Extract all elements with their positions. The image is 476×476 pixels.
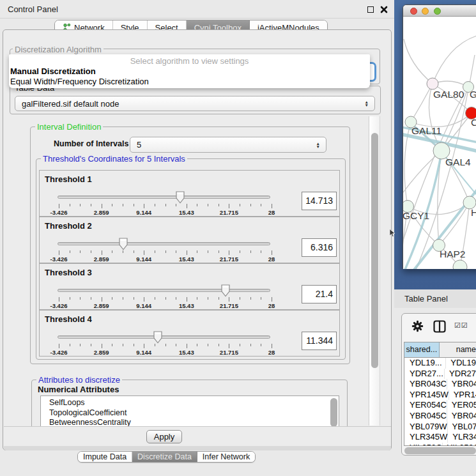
table-row[interactable]: YDR27...YDR27 xyxy=(404,369,476,380)
network-canvas[interactable]: GAL80GACGAL11GAL4GCY1HHAP2 xyxy=(403,17,476,269)
slider-tick xyxy=(219,204,219,206)
table-hscrollbar-track[interactable] xyxy=(404,446,476,456)
threshold-value-field[interactable]: 14.713 xyxy=(302,192,337,210)
table-row[interactable]: YBR043CYBR043C xyxy=(404,379,476,390)
slider-tick xyxy=(112,344,112,346)
apply-button[interactable]: Apply xyxy=(146,430,182,443)
cell-shared-name[interactable]: YLR345W xyxy=(404,432,448,443)
checkbox-icons[interactable]: ☑☑ xyxy=(454,321,468,330)
table-row[interactable]: YBR045CYBR045C xyxy=(404,411,476,422)
slider-track[interactable] xyxy=(58,335,270,339)
network-node[interactable] xyxy=(427,78,438,89)
attribute-list-item[interactable]: BetweennessCentrality xyxy=(41,418,339,426)
attributes-group-label: Attributes to discretize xyxy=(36,375,122,385)
table-row[interactable]: YBL079WYBL079W xyxy=(404,422,476,433)
cell-shared-name[interactable]: YPR145W xyxy=(404,390,449,401)
slider-tick xyxy=(176,250,176,253)
column-header-name[interactable]: name xyxy=(440,342,476,357)
table-row[interactable]: YPR145WYPR145W xyxy=(404,390,476,401)
table-data-combobox[interactable]: galFiltered.sif default node ▲▼ xyxy=(15,96,375,111)
tab-impute-data[interactable]: Impute Data xyxy=(78,452,132,462)
slider-tick-label: 28 xyxy=(252,302,291,309)
slider-tick xyxy=(112,204,112,206)
cell-shared-name[interactable]: YDR27... xyxy=(404,369,445,380)
network-edge[interactable] xyxy=(433,36,476,84)
network-node-label: H xyxy=(471,207,476,218)
number-of-intervals-label: Number of Intervals xyxy=(54,139,128,148)
slider-thumb[interactable] xyxy=(153,331,163,344)
numerical-attributes-label: Numerical Attributes xyxy=(38,385,119,394)
zoom-light-icon[interactable] xyxy=(434,8,441,15)
cell-name[interactable]: YBL079W xyxy=(448,422,476,433)
discretization-algorithm-label: Discretization Algorithm xyxy=(13,45,104,54)
minimize-light-icon[interactable] xyxy=(422,8,429,15)
algorithm-option[interactable]: Manual Discretization xyxy=(10,66,96,76)
close-icon[interactable] xyxy=(380,6,388,13)
attribute-list-item[interactable]: TopologicalCoefficient xyxy=(41,408,339,418)
algorithm-option[interactable]: Equal Width/Frequency Discretization xyxy=(10,77,149,86)
slider-tick xyxy=(155,344,155,346)
threshold-value-field[interactable]: 6.316 xyxy=(302,238,337,257)
numerical-attributes-list[interactable]: SelfLoopsTopologicalCoefficientBetweenne… xyxy=(40,395,339,426)
slider-tick xyxy=(123,297,123,300)
slider-tick xyxy=(144,250,144,255)
slider-track[interactable] xyxy=(58,196,270,199)
slider-tick xyxy=(219,250,219,253)
attributes-list-scrollbar[interactable] xyxy=(330,398,337,426)
cell-shared-name[interactable]: YBL079W xyxy=(404,422,448,433)
column-header-shared-name[interactable]: shared... xyxy=(404,342,440,357)
slider-tick xyxy=(229,204,229,208)
attribute-list-item[interactable]: SelfLoops xyxy=(41,398,339,408)
slider-track[interactable] xyxy=(58,242,270,245)
network-edge[interactable] xyxy=(404,39,433,84)
threshold-value-field[interactable]: 11.344 xyxy=(302,332,337,350)
close-light-icon[interactable] xyxy=(410,8,417,15)
network-window-titlebar[interactable] xyxy=(403,5,476,17)
slider-tick xyxy=(197,297,197,300)
float-window-icon[interactable] xyxy=(367,6,374,13)
slider-tick xyxy=(176,344,176,346)
cell-shared-name[interactable]: YBR045C xyxy=(404,411,447,422)
cell-shared-name[interactable]: YER054C xyxy=(404,400,447,411)
cell-shared-name[interactable]: YBR043C xyxy=(404,379,447,390)
table-row[interactable]: YDL19...YDL19 xyxy=(404,358,476,369)
table-header-row: shared... name xyxy=(404,342,476,358)
slider-tick xyxy=(165,344,166,346)
settings-scrollbar-thumb[interactable] xyxy=(371,133,378,368)
cell-name[interactable]: YBR045C xyxy=(447,411,476,422)
cell-name[interactable]: YDR27 xyxy=(445,369,476,380)
cell-name[interactable]: YPR145W xyxy=(449,390,476,401)
cell-shared-name[interactable]: YDL19... xyxy=(404,358,446,369)
cell-name[interactable]: YLR345W xyxy=(448,432,476,443)
slider-tick-label: 2.859 xyxy=(82,302,121,309)
slider-thumb[interactable] xyxy=(118,238,128,250)
cyni-toolbox-panel: Discretization Algorithm Select algorith… xyxy=(3,29,392,450)
tab-infer-network[interactable]: Infer Network xyxy=(197,452,255,462)
threshold-value-field[interactable]: 21.4 xyxy=(302,285,337,303)
number-of-intervals-value: 5 xyxy=(137,140,141,150)
slider-tick-label: 21.715 xyxy=(210,256,248,263)
split-view-icon[interactable] xyxy=(433,320,446,333)
slider-tick xyxy=(144,297,144,302)
table-hscrollbar-thumb[interactable] xyxy=(404,447,476,454)
number-of-intervals-combobox[interactable]: 5 ▲▼ xyxy=(130,137,326,153)
threshold-title: Threshold 2 xyxy=(45,221,92,231)
cell-name[interactable]: YER054C xyxy=(447,400,476,411)
slider-thumb[interactable] xyxy=(220,284,231,297)
table-row[interactable]: YLR345WYLR345W xyxy=(404,432,476,443)
cell-name[interactable]: YDL19 xyxy=(446,358,476,369)
slider-track[interactable] xyxy=(58,289,270,292)
slider-tick xyxy=(229,250,229,255)
cell-name[interactable]: YBR043C xyxy=(447,379,476,390)
algorithm-placeholder-option[interactable]: Select algorithm to view settings xyxy=(9,56,370,66)
slider-tick xyxy=(112,250,112,253)
combobox-arrows-icon: ▲▼ xyxy=(316,142,320,148)
table-row[interactable]: YER054CYER054C xyxy=(404,400,476,411)
gear-icon[interactable] xyxy=(411,320,424,332)
slider-tick xyxy=(272,297,272,302)
settings-scrollbar-track[interactable] xyxy=(369,116,380,426)
tab-discretize-data[interactable]: Discretize Data xyxy=(132,452,197,462)
slider-tick xyxy=(219,344,219,346)
slider-thumb[interactable] xyxy=(175,191,185,204)
slider-tick xyxy=(70,204,70,206)
